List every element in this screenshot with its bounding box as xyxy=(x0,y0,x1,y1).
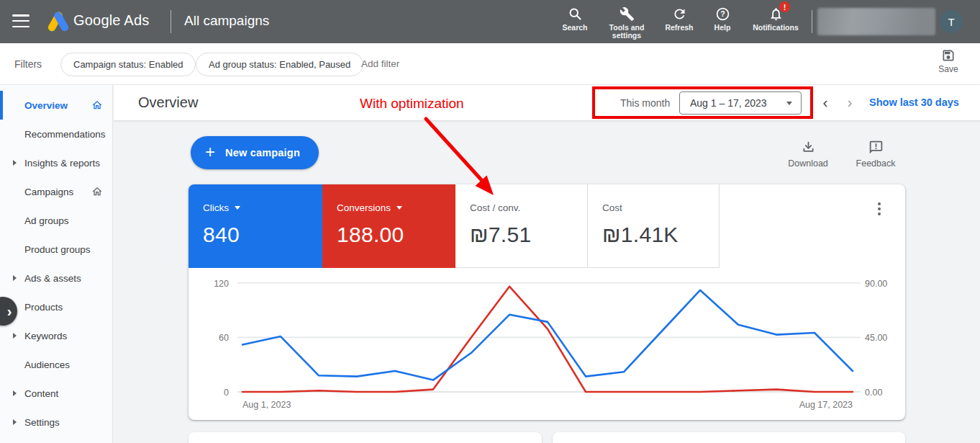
scorecard-label: Clicks xyxy=(203,202,229,213)
partial-card xyxy=(553,432,905,443)
left-axis-tick: 120 xyxy=(214,279,229,289)
notification-badge: ! xyxy=(779,1,791,13)
download-button[interactable]: Download xyxy=(783,140,833,169)
nav-notifications-label: Notifications xyxy=(753,24,799,32)
nav-search[interactable]: Search xyxy=(550,0,599,43)
avatar[interactable]: T xyxy=(940,10,963,33)
left-axis-tick: 0 xyxy=(224,388,229,398)
scorecard-cost-per-conv[interactable]: Cost / conv. ₪7.51 xyxy=(455,184,588,268)
scorecard-value: 840 xyxy=(203,223,322,247)
sidebar-item-products[interactable]: Products xyxy=(0,292,112,321)
download-label: Download xyxy=(788,158,828,169)
annotation-text: With optimization xyxy=(360,96,464,112)
scorecard-cost[interactable]: Cost ₪1.41K xyxy=(588,184,720,268)
left-axis-tick: 60 xyxy=(219,333,229,343)
google-ads-logo-icon xyxy=(47,11,69,32)
main-content: + New campaign Download Feedback Clicks … xyxy=(114,121,980,443)
sidebar-item-campaigns[interactable]: Campaigns xyxy=(0,177,112,206)
sidebar-item-product-groups[interactable]: Product groups xyxy=(0,235,112,264)
app-header: Google Ads All campaigns Search Tools an… xyxy=(0,0,980,43)
feedback-label: Feedback xyxy=(856,158,896,169)
sidebar-item-insights-reports[interactable]: Insights & reports xyxy=(0,148,112,177)
filter-chip-ad-group-status[interactable]: Ad group status: Enabled, Paused xyxy=(196,53,363,76)
new-campaign-label: New campaign xyxy=(225,147,300,158)
more-options-icon[interactable] xyxy=(871,199,888,219)
nav-refresh[interactable]: Refresh xyxy=(654,0,704,43)
filter-chip-campaign-status[interactable]: Campaign status: Enabled xyxy=(60,53,196,76)
expand-arrow-icon xyxy=(13,419,17,425)
save-icon xyxy=(941,48,956,63)
date-next-button[interactable]: › xyxy=(842,95,858,111)
nav-tools-settings-label: Tools and settings xyxy=(604,24,649,40)
sidebar-item-label: Recommendations xyxy=(24,129,106,140)
sidebar-item-recommendations[interactable]: Recommendations xyxy=(0,120,112,148)
home-icon xyxy=(91,186,103,197)
sidebar-item-label: Overview xyxy=(24,100,68,111)
date-range-selector[interactable]: Aug 1 – 17, 2023 xyxy=(679,91,802,115)
search-icon xyxy=(568,6,583,22)
sidebar-item-keywords[interactable]: Keywords xyxy=(0,321,112,350)
header-divider xyxy=(171,10,171,33)
save-button[interactable]: Save xyxy=(928,48,968,74)
add-filter-button[interactable]: Add filter xyxy=(361,58,399,69)
sidebar-item-content[interactable]: Content xyxy=(0,379,112,408)
header-divider xyxy=(812,10,812,33)
scorecard-value: ₪7.51 xyxy=(470,223,587,247)
nav-refresh-label: Refresh xyxy=(665,24,693,32)
sidebar-item-label: Ad groups xyxy=(24,215,69,226)
sidebar-item-ad-groups[interactable]: Ad groups xyxy=(0,206,112,235)
account-info-redacted xyxy=(817,8,935,35)
home-icon xyxy=(91,99,103,111)
sidebar-item-label: Audiences xyxy=(24,359,70,370)
expand-arrow-icon xyxy=(13,160,17,166)
scorecard-value: 188.00 xyxy=(337,223,455,247)
scorecard-conversions[interactable]: Conversions 188.00 xyxy=(322,184,455,268)
x-axis-first-label: Aug 1, 2023 xyxy=(242,400,291,410)
right-axis-tick: 45.00 xyxy=(865,333,887,343)
sidebar-item-label: Ads & assets xyxy=(24,273,81,284)
sidebar-item-label: Content xyxy=(24,388,58,399)
page-header-row: Overview With optimization This month Au… xyxy=(114,85,980,121)
feedback-icon xyxy=(868,140,884,155)
download-icon xyxy=(801,140,816,155)
date-prev-button[interactable]: ‹ xyxy=(817,95,833,111)
sidebar-item-overview[interactable]: Overview xyxy=(0,91,112,120)
nav-notifications[interactable]: ! Notifications xyxy=(740,0,811,43)
refresh-icon xyxy=(672,6,687,22)
sidebar-item-label: Settings xyxy=(24,417,60,428)
date-preset-label: This month xyxy=(620,97,670,109)
sidebar-item-label: Products xyxy=(24,302,63,313)
new-campaign-button[interactable]: + New campaign xyxy=(191,136,319,169)
chevron-down-icon xyxy=(786,102,792,105)
expand-arrow-icon xyxy=(13,390,17,396)
clicks-line xyxy=(242,290,853,380)
scorecard-label: Cost xyxy=(602,202,622,213)
header-nav: Search Tools and settings Refresh ? Help… xyxy=(550,0,811,43)
nav-tools-settings[interactable]: Tools and settings xyxy=(599,0,654,43)
date-range-value: Aug 1 – 17, 2023 xyxy=(690,97,767,109)
sidebar-item-ads-assets[interactable]: Ads & assets xyxy=(0,264,112,292)
sidebar-item-audiences[interactable]: Audiences xyxy=(0,350,112,379)
help-icon: ? xyxy=(715,6,730,22)
context-title: All campaigns xyxy=(184,13,269,29)
show-last-30-days-link[interactable]: Show last 30 days xyxy=(869,97,959,108)
partial-card xyxy=(189,432,542,443)
chevron-down-icon xyxy=(235,206,240,210)
right-axis-tick: 0.00 xyxy=(865,388,882,398)
nav-help-label: Help xyxy=(714,24,731,32)
feedback-button[interactable]: Feedback xyxy=(850,140,901,169)
wrench-icon xyxy=(620,6,635,22)
chevron-down-icon xyxy=(396,206,402,210)
scorecard-label: Conversions xyxy=(337,202,391,213)
overview-chart-card: Clicks 840 Conversions 188.00 Cost / con… xyxy=(189,184,905,420)
nav-help[interactable]: ? Help xyxy=(704,0,740,43)
filter-bar: Filters Campaign status: Enabled Ad grou… xyxy=(0,43,980,85)
nav-search-label: Search xyxy=(562,24,587,32)
sidebar-item-label: Keywords xyxy=(24,331,67,341)
menu-icon[interactable] xyxy=(12,14,31,29)
scorecard-value: ₪1.41K xyxy=(602,223,719,247)
sidebar: Overview Recommendations Insights & repo… xyxy=(0,85,113,443)
sidebar-item-settings[interactable]: Settings xyxy=(0,408,112,437)
save-label: Save xyxy=(938,64,958,74)
scorecard-clicks[interactable]: Clicks 840 xyxy=(189,184,322,268)
